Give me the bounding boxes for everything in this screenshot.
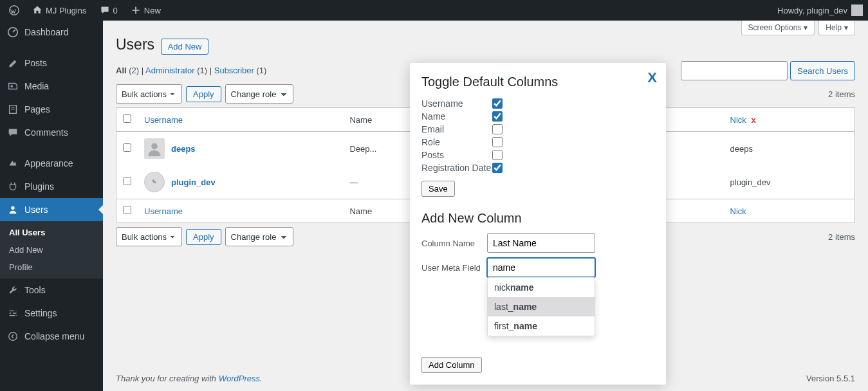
admin-sidebar: Dashboard Posts Media Pages Comments App…	[0, 21, 103, 391]
apply-button[interactable]: Apply	[186, 86, 221, 102]
svg-point-5	[9, 332, 17, 341]
toggle-label: Username	[421, 98, 492, 109]
filter-subscriber[interactable]: Subscriber (1)	[214, 66, 267, 75]
toggle-label: Email	[421, 124, 492, 134]
select-all-checkbox[interactable]	[123, 114, 131, 123]
toggle-label: Name	[421, 111, 492, 122]
collapse-icon	[6, 330, 19, 343]
menu-posts[interactable]: Posts	[0, 51, 103, 75]
toggle-label: Role	[421, 137, 492, 147]
menu-dashboard[interactable]: Dashboard	[0, 21, 103, 44]
bulk-actions-select[interactable]: Bulk actions	[116, 84, 182, 104]
modal-title: Toggle Default Columns	[421, 75, 654, 89]
plugins-icon	[6, 180, 19, 193]
remove-col-nick[interactable]: x	[748, 115, 758, 125]
sub-add-new[interactable]: Add New	[0, 241, 103, 259]
menu-plugins[interactable]: Plugins	[0, 175, 103, 198]
posts-icon	[6, 57, 19, 69]
wordpress-link[interactable]: WordPress	[219, 374, 260, 383]
menu-comments[interactable]: Comments	[0, 121, 103, 144]
change-role-select[interactable]: Change role to...	[225, 84, 293, 104]
comments-count: 0	[113, 6, 118, 15]
appearance-icon	[6, 157, 19, 170]
menu-appearance[interactable]: Appearance	[0, 152, 103, 175]
version-text: Version 5.5.1	[806, 374, 855, 383]
help-button[interactable]: Help ▾	[818, 21, 855, 35]
svg-point-4	[11, 206, 14, 210]
add-new-button[interactable]: Add New	[161, 39, 209, 55]
media-icon	[6, 80, 19, 93]
wp-logo[interactable]	[5, 5, 23, 15]
new-label: New	[144, 6, 161, 15]
menu-users[interactable]: Users	[0, 198, 103, 221]
svg-point-2	[10, 85, 13, 87]
toggle-checkbox[interactable]	[492, 98, 503, 109]
page-title: Users	[116, 36, 154, 53]
svg-point-6	[151, 143, 158, 150]
search-input[interactable]	[681, 61, 788, 80]
admin-bar: MJ Plugins 0 New Howdy, plugin_dev	[0, 0, 868, 21]
user-link[interactable]: plugin_dev	[171, 177, 216, 187]
filter-admin[interactable]: Administrator (1)	[145, 66, 207, 75]
chevron-down-icon: ▾	[844, 23, 848, 32]
meta-field-label: User Meta Field	[421, 263, 481, 273]
sub-all-users[interactable]: All Users	[0, 224, 103, 241]
autocomplete-option[interactable]: first_name	[488, 316, 595, 336]
comments-icon	[6, 126, 19, 139]
autocomplete-option[interactable]: last_name	[488, 297, 595, 316]
col-username[interactable]: Username	[144, 115, 183, 125]
howdy-text[interactable]: Howdy, plugin_dev	[777, 6, 847, 15]
tools-icon	[6, 284, 19, 296]
screen-options-button[interactable]: Screen Options ▾	[741, 21, 815, 35]
change-role-select[interactable]: Change role to...	[225, 227, 293, 246]
menu-collapse[interactable]: Collapse menu	[0, 325, 103, 348]
toggle-checkbox[interactable]	[492, 137, 503, 147]
apply-button[interactable]: Apply	[186, 229, 221, 245]
bulk-actions-select[interactable]: Bulk actions	[116, 227, 182, 246]
toggle-label: Registration Date	[421, 163, 492, 173]
menu-settings[interactable]: Settings	[0, 302, 103, 325]
save-button[interactable]: Save	[421, 181, 455, 197]
row-checkbox[interactable]	[123, 177, 131, 185]
menu-tools[interactable]: Tools	[0, 278, 103, 302]
site-title: MJ Plugins	[46, 6, 87, 15]
toggle-columns-modal: X Toggle Default Columns UsernameNameEma…	[410, 63, 666, 385]
avatar	[144, 138, 165, 159]
autocomplete-option[interactable]: nickname	[488, 278, 595, 297]
col-username[interactable]: Username	[144, 206, 183, 216]
toggle-checkbox[interactable]	[492, 111, 503, 122]
avatar[interactable]	[851, 5, 863, 16]
role-filters: All (2) | Administrator (1) | Subscriber…	[116, 66, 266, 75]
toggle-checkbox[interactable]	[492, 150, 503, 160]
site-link[interactable]: MJ Plugins	[28, 5, 91, 15]
menu-media[interactable]: Media	[0, 75, 103, 98]
col-nick[interactable]: Nick	[730, 115, 746, 125]
toggle-checkbox[interactable]	[492, 124, 503, 134]
close-icon[interactable]: X	[647, 69, 657, 86]
new-link[interactable]: New	[127, 5, 165, 15]
column-name-label: Column Name	[421, 239, 481, 248]
toggle-checkbox[interactable]	[492, 163, 503, 173]
select-all-checkbox[interactable]	[123, 206, 131, 214]
autocomplete-dropdown: nicknamelast_namefirst_name	[487, 277, 595, 336]
users-icon	[6, 203, 19, 216]
items-count: 2 items	[828, 232, 855, 242]
user-link[interactable]: deeps	[171, 144, 196, 154]
menu-pages[interactable]: Pages	[0, 98, 103, 121]
dashboard-icon	[6, 26, 19, 39]
content-area: Screen Options ▾ Help ▾ Users Add New Al…	[103, 21, 868, 391]
col-name: Name	[349, 115, 372, 125]
add-column-button[interactable]: Add Column	[421, 357, 482, 373]
search-button[interactable]: Search Users	[790, 61, 855, 80]
row-checkbox[interactable]	[123, 143, 131, 152]
avatar: ✎	[144, 172, 165, 192]
meta-field-input[interactable]	[487, 258, 595, 277]
users-submenu: All Users Add New Profile	[0, 221, 103, 278]
sub-profile[interactable]: Profile	[0, 259, 103, 276]
column-name-input[interactable]	[487, 233, 595, 253]
add-column-title: Add New Column	[421, 211, 654, 226]
pages-icon	[6, 103, 19, 116]
settings-icon	[6, 307, 19, 320]
chevron-down-icon: ▾	[804, 23, 808, 32]
comments-link[interactable]: 0	[96, 5, 122, 15]
